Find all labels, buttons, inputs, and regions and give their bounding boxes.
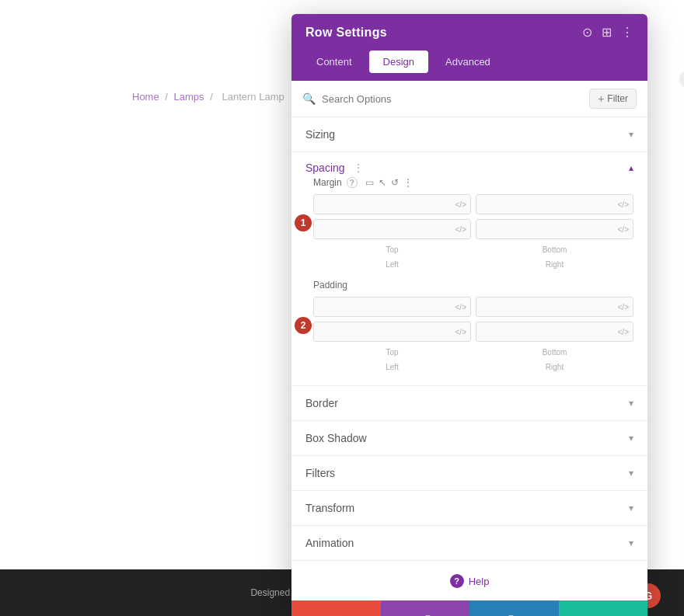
sizing-section: Sizing ▾: [291, 117, 647, 152]
confirm-button[interactable]: ✓: [559, 600, 648, 616]
margin-cursor-icon[interactable]: ↖: [379, 177, 386, 188]
responsive-icon[interactable]: ⊙: [582, 25, 592, 40]
layout-icon[interactable]: ⊞: [602, 25, 612, 40]
spacing-content: 1 Margin ? ▭ ↖ ↺ ⋮: [291, 177, 647, 385]
margin-reset-icon[interactable]: ↺: [391, 177, 399, 188]
margin-icons: ▭ ↖ ↺ ⋮: [365, 177, 413, 188]
animation-section: Animation ▾: [291, 526, 647, 561]
spacing-section-header[interactable]: Spacing ⋮ ▴: [291, 152, 647, 177]
filters-section-header[interactable]: Filters ▾: [291, 456, 647, 490]
padding-right-css-tag: </>: [614, 328, 633, 336]
margin-left-css-tag: </>: [452, 225, 470, 234]
margin-bottom-wrapper: </>: [476, 194, 633, 214]
margin-bottom-css-tag: </>: [614, 200, 633, 209]
breadcrumb: Home / Lamps / Lantern Lamp: [132, 91, 288, 103]
animation-arrow-icon: ▾: [629, 538, 633, 548]
step-2-indicator: 2: [295, 317, 312, 334]
margin-top-css-tag: </>: [452, 200, 470, 209]
search-input[interactable]: [322, 93, 583, 105]
animation-section-header[interactable]: Animation ▾: [291, 526, 647, 560]
more-icon[interactable]: ⋮: [621, 25, 633, 40]
sizing-arrow-icon: ▾: [629, 129, 633, 140]
box-shadow-title: Box Shadow: [305, 432, 367, 444]
transform-section-header[interactable]: Transform ▾: [291, 491, 647, 525]
padding-left-label: Left: [313, 361, 471, 371]
box-shadow-section-header[interactable]: Box Shadow ▾: [291, 421, 647, 455]
margin-inputs: 100px </> </>: [313, 194, 633, 239]
help-link[interactable]: ? Help: [450, 574, 490, 588]
tabs: Content Design Advanced: [291, 50, 647, 81]
margin-bottom-label: Bottom: [476, 244, 633, 254]
margin-more-icon[interactable]: ⋮: [403, 177, 413, 188]
box-shadow-arrow-icon: ▾: [629, 433, 633, 444]
padding-right-label: Right: [476, 361, 633, 371]
tab-design[interactable]: Design: [369, 50, 428, 73]
margin-right-label: Right: [476, 259, 633, 269]
margin-bottom-input[interactable]: [476, 195, 614, 214]
panel-header: Row Settings ⊙ ⊞ ⋮: [291, 14, 647, 50]
padding-top-input[interactable]: [314, 298, 452, 316]
padding-bottom-css-tag: </>: [614, 303, 633, 311]
help-circle-icon: ?: [450, 574, 464, 588]
undo-button[interactable]: ↺: [381, 600, 470, 616]
tab-content[interactable]: Content: [302, 50, 366, 73]
transform-title: Transform: [305, 502, 354, 514]
padding-left-css-tag: </>: [452, 328, 470, 336]
search-bar: 🔍 + Filter: [291, 81, 647, 117]
margin-top-input[interactable]: 100px: [314, 195, 452, 214]
padding-input-labels: Top Bottom Left Right: [313, 346, 633, 371]
tab-advanced[interactable]: Advanced: [431, 50, 504, 73]
transform-arrow-icon: ▾: [629, 503, 633, 513]
cancel-button[interactable]: ✕: [291, 600, 381, 616]
padding-left-wrapper: </>: [313, 322, 471, 342]
filters-arrow-icon: ▾: [629, 468, 633, 479]
filter-button[interactable]: + Filter: [589, 89, 637, 109]
margin-bottom-cell: </>: [476, 194, 633, 214]
padding-left-cell: </>: [313, 322, 471, 342]
padding-label: Padding: [313, 280, 633, 291]
spacing-title-group: Spacing ⋮: [305, 162, 364, 174]
margin-right-wrapper: </>: [476, 219, 633, 239]
margin-left-input[interactable]: [314, 220, 452, 238]
padding-bottom-wrapper: 0px </>: [476, 297, 633, 317]
margin-label: Margin ? ▭ ↖ ↺ ⋮: [313, 177, 633, 188]
margin-desktop-icon[interactable]: ▭: [365, 177, 374, 188]
margin-input-labels: Top Bottom Left Right: [313, 244, 633, 269]
spacing-section: Spacing ⋮ ▴ 1 Margin ? ▭ ↖ ↺: [291, 152, 647, 386]
margin-top-cell: 100px </>: [313, 194, 471, 214]
spacing-collapse-icon[interactable]: ▴: [629, 162, 633, 173]
margin-right-input[interactable]: [476, 220, 614, 238]
padding-top-wrapper: </>: [313, 297, 471, 317]
border-section-header[interactable]: Border ▾: [291, 386, 647, 420]
padding-top-cell: </>: [313, 297, 471, 317]
help-section: ? Help: [291, 561, 647, 600]
padding-left-input[interactable]: [314, 322, 452, 341]
padding-bottom-input[interactable]: 0px: [476, 298, 614, 316]
sizing-section-header[interactable]: Sizing ▾: [291, 117, 647, 151]
filter-plus-icon: +: [598, 92, 604, 105]
margin-top-wrapper: 100px </>: [313, 194, 471, 214]
padding-right-wrapper: </>: [476, 322, 633, 342]
redo-button[interactable]: ↻: [469, 600, 559, 616]
breadcrumb-home[interactable]: Home: [132, 91, 159, 103]
padding-top-css-tag: </>: [452, 303, 470, 311]
border-arrow-icon: ▾: [629, 398, 633, 409]
spacing-title: Spacing: [305, 162, 345, 174]
margin-help-icon[interactable]: ?: [347, 177, 358, 188]
panel-title: Row Settings: [305, 26, 387, 40]
help-label: Help: [469, 576, 490, 587]
transform-section: Transform ▾: [291, 491, 647, 526]
panel-header-icons: ⊙ ⊞ ⋮: [582, 25, 633, 40]
margin-left-cell: </>: [313, 219, 471, 239]
row-settings-panel: Row Settings ⊙ ⊞ ⋮ Content Design Advanc…: [291, 14, 647, 616]
padding-right-input[interactable]: [476, 322, 614, 341]
filters-section: Filters ▾: [291, 456, 647, 491]
margin-right-cell: </>: [476, 219, 633, 239]
breadcrumb-lamps[interactable]: Lamps: [174, 91, 204, 103]
spacing-menu-icon: ⋮: [353, 162, 364, 174]
filter-label: Filter: [607, 93, 628, 104]
animation-title: Animation: [305, 537, 354, 549]
margin-top-label: Top: [313, 244, 471, 254]
search-icon: 🔍: [302, 92, 316, 105]
margin-right-css-tag: </>: [614, 225, 633, 234]
